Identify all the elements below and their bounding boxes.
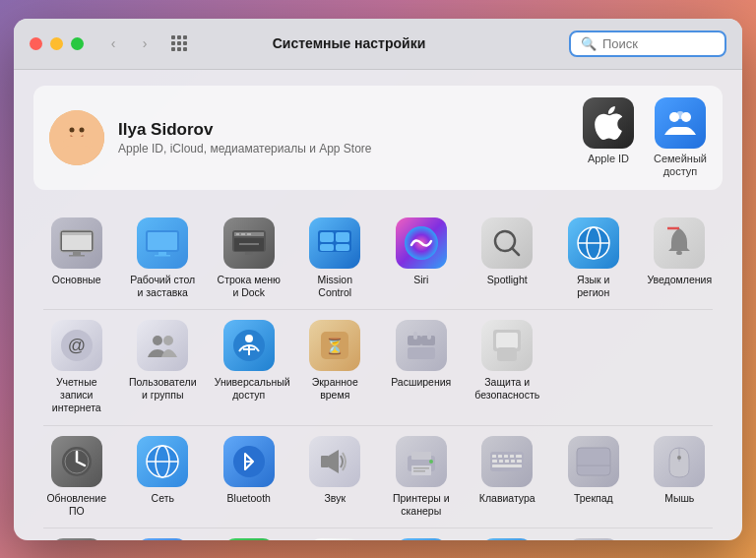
icon-image: [51, 538, 102, 540]
icon-label: Строка менюи Dock: [218, 274, 281, 299]
icon-label: Пользователии группы: [129, 376, 197, 402]
icon-label: Язык ирегион: [577, 274, 609, 299]
avatar: [49, 110, 104, 165]
maximize-button[interactable]: [71, 37, 84, 50]
svg-text:⏳: ⏳: [325, 337, 345, 355]
back-button[interactable]: ‹: [99, 32, 127, 54]
profile-info: Ilya Sidorov Apple ID, iCloud, медиамате…: [118, 120, 583, 155]
icon-item[interactable]: Siri: [378, 210, 465, 307]
icon-item[interactable]: Сеть: [120, 428, 207, 526]
icon-item[interactable]: Мониторы: [33, 530, 120, 540]
icon-item[interactable]: Bluetooth: [206, 428, 292, 526]
icon-image: [396, 217, 447, 269]
svg-rect-64: [496, 333, 518, 348]
close-button[interactable]: [30, 37, 42, 50]
icon-item[interactable]: Общийдоступ: [378, 530, 465, 540]
svg-point-83: [429, 460, 433, 464]
icon-item[interactable]: MissionControl: [292, 210, 379, 307]
icon-item[interactable]: Трекпад: [550, 428, 637, 526]
icon-item[interactable]: Принтеры исканеры: [378, 428, 465, 526]
icon-item[interactable]: Универсальныйдоступ: [206, 312, 292, 422]
icon-image: 17: [309, 538, 360, 540]
icon-item[interactable]: Рабочий столи заставка: [120, 210, 207, 307]
icon-item[interactable]: Sidecar: [120, 530, 207, 540]
icon-label: Bluetooth: [227, 492, 271, 505]
icon-image: [309, 217, 360, 269]
icon-image: [481, 320, 533, 371]
icon-item[interactable]: 17Дата ивремя: [292, 530, 379, 540]
icon-image: [568, 538, 619, 540]
svg-marker-77: [329, 450, 339, 473]
titlebar: ‹ › Системные настройки 🔍: [14, 19, 742, 70]
svg-line-42: [512, 248, 519, 255]
svg-rect-67: [497, 347, 517, 361]
icon-label: Трекпад: [574, 492, 613, 505]
icon-label: Принтеры исканеры: [393, 492, 450, 518]
icon-item: [637, 530, 724, 540]
svg-rect-92: [505, 460, 509, 463]
svg-point-50: [153, 336, 162, 345]
svg-rect-94: [517, 460, 522, 463]
svg-rect-62: [408, 347, 435, 359]
icon-image: [223, 320, 275, 371]
icon-item[interactable]: Расширения: [378, 312, 465, 422]
icon-item[interactable]: Строка менюи Dock: [206, 210, 292, 307]
traffic-lights: [30, 37, 84, 50]
icon-item[interactable]: Пользователии группы: [120, 312, 207, 422]
icon-item: [637, 312, 724, 422]
svg-rect-87: [504, 455, 508, 458]
svg-rect-82: [413, 470, 425, 472]
icon-item[interactable]: Клавиатура: [465, 428, 551, 526]
svg-point-51: [163, 336, 173, 345]
icon-item[interactable]: @Учетные записиинтернета: [33, 312, 120, 422]
icon-image: [309, 436, 360, 487]
icon-image: [654, 217, 705, 269]
icon-item[interactable]: Язык ирегион: [550, 210, 637, 307]
icon-item[interactable]: ⏳Экранноевремя: [292, 312, 379, 422]
icon-item[interactable]: Загрузочныйдиск: [550, 530, 637, 540]
svg-rect-93: [511, 460, 515, 463]
icon-image: [137, 436, 188, 487]
minimize-button[interactable]: [50, 37, 63, 50]
family-sharing-button[interactable]: Семейныйдоступ: [654, 97, 707, 178]
svg-rect-81: [413, 467, 429, 469]
search-input[interactable]: [602, 36, 715, 51]
svg-rect-79: [411, 452, 431, 460]
svg-rect-34: [245, 252, 253, 255]
icon-image: [223, 217, 275, 269]
profile-section[interactable]: Ilya Sidorov Apple ID, iCloud, медиамате…: [33, 86, 723, 190]
icon-item[interactable]: TimeMachine: [465, 530, 551, 540]
icon-item[interactable]: Spotlight: [465, 210, 551, 307]
profile-name: Ilya Sidorov: [118, 120, 583, 140]
svg-rect-14: [61, 146, 93, 165]
icon-item[interactable]: Battery: [206, 530, 292, 540]
icon-label: Универсальныйдоступ: [215, 376, 284, 402]
icon-item[interactable]: ОбновлениеПО: [33, 428, 120, 526]
apple-id-icon: [583, 97, 634, 149]
svg-rect-36: [320, 232, 334, 242]
icon-image: [396, 436, 447, 487]
apple-id-button[interactable]: Apple ID: [583, 97, 634, 178]
svg-point-99: [677, 456, 681, 460]
icon-item[interactable]: Защита ибезопасность: [465, 312, 551, 422]
svg-rect-90: [492, 460, 497, 463]
icon-label: Экранноевремя: [312, 376, 358, 402]
svg-rect-91: [499, 460, 503, 463]
icon-item[interactable]: Уведомления: [637, 210, 724, 307]
icon-image: [481, 436, 533, 487]
icon-label: Защита ибезопасность: [474, 376, 539, 402]
icon-item[interactable]: Звук: [292, 428, 379, 526]
icons-grid: ОсновныеРабочий столи заставкаСтрока мен…: [33, 210, 723, 540]
icon-image: [481, 217, 533, 269]
search-box[interactable]: 🔍: [569, 31, 726, 57]
icon-image: [137, 538, 188, 540]
icon-item[interactable]: Мышь: [637, 428, 724, 526]
icon-item[interactable]: Основные: [33, 210, 120, 307]
icon-image: [568, 436, 619, 487]
icon-label: Основные: [52, 274, 101, 286]
system-preferences-window: ‹ › Системные настройки 🔍: [14, 19, 742, 540]
svg-rect-89: [516, 455, 522, 458]
svg-rect-86: [498, 455, 502, 458]
icon-image: [396, 538, 447, 540]
svg-rect-29: [236, 233, 239, 234]
